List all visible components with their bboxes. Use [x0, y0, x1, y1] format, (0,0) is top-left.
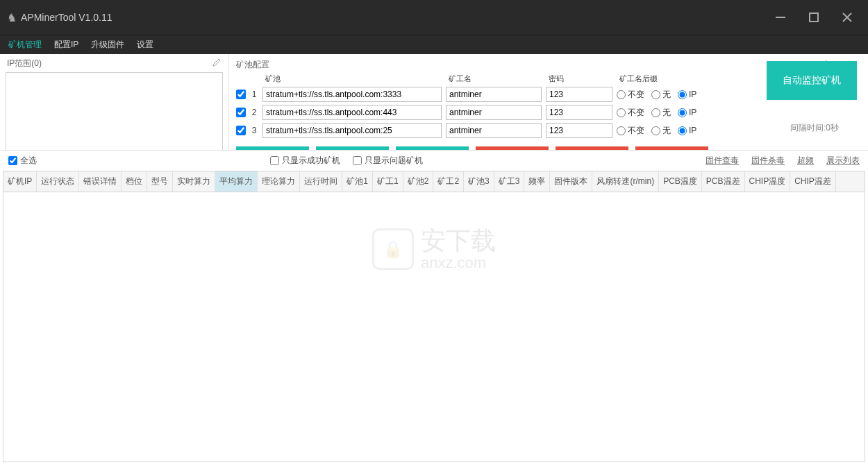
suffix-label: IP [689, 90, 696, 99]
column-header[interactable]: PCB温差 [702, 171, 745, 192]
only-problem-input[interactable] [353, 156, 362, 165]
column-header[interactable]: CHIP温度 [745, 171, 791, 192]
menu-upgrade-firmware[interactable]: 升级固件 [91, 39, 124, 51]
suffix-label: 不变 [628, 125, 644, 137]
suffix-radio[interactable] [651, 108, 660, 117]
menu-miner-manage[interactable]: 矿机管理 [8, 39, 42, 51]
pool-enable-checkbox[interactable] [236, 90, 246, 99]
logo-icon: ♞ [7, 11, 17, 24]
password-input[interactable] [546, 123, 612, 138]
pool-config-label: 矿池配置 [236, 59, 269, 71]
column-header[interactable]: 频率 [524, 171, 550, 192]
column-header[interactable]: 平均算力 [215, 171, 258, 192]
suffix-radio[interactable] [678, 126, 687, 135]
window-controls [767, 7, 861, 28]
column-header[interactable]: 矿工3 [494, 171, 525, 192]
worker-input[interactable] [446, 123, 542, 138]
suffix-radio[interactable] [651, 90, 660, 99]
select-all-input[interactable] [8, 156, 17, 165]
pool-url-input[interactable] [262, 87, 442, 102]
worker-input[interactable] [446, 87, 542, 102]
pool-url-input[interactable] [262, 123, 442, 138]
column-header[interactable]: CHIP温差 [790, 171, 836, 192]
pool-index: 1 [250, 90, 258, 99]
suffix-radio[interactable] [651, 126, 660, 135]
menu-settings[interactable]: 设置 [137, 39, 153, 51]
result-table-body[interactable]: 🔒 安下载 anxz.com [3, 192, 865, 462]
column-header[interactable]: 运行时间 [300, 171, 342, 192]
suffix-label: IP [689, 108, 696, 117]
column-header[interactable]: 固件版本 [550, 171, 592, 192]
col-worker: 矿工名 [449, 74, 544, 84]
col-suffix: 矿工名后缀 [619, 74, 724, 84]
pool-index: 3 [250, 126, 258, 135]
suffix-option[interactable]: IP [678, 126, 696, 135]
suffix-radio[interactable] [617, 90, 626, 99]
edit-icon[interactable] [212, 58, 222, 69]
pool-index: 2 [250, 108, 258, 117]
select-all-checkbox[interactable]: 全选 [8, 155, 37, 167]
auto-monitor-button[interactable]: 自动监控矿机 [767, 61, 857, 100]
column-header[interactable]: 风扇转速(r/min) [592, 171, 659, 192]
suffix-option[interactable]: 不变 [617, 125, 644, 137]
column-header[interactable]: PCB温度 [659, 171, 702, 192]
minimize-button[interactable] [767, 7, 794, 28]
suffix-option[interactable]: 无 [651, 89, 671, 101]
only-success-input[interactable] [270, 156, 279, 165]
suffix-option[interactable]: 不变 [617, 107, 644, 119]
suffix-label: IP [689, 126, 696, 135]
expand-list-link[interactable]: 展示列表 [826, 155, 860, 167]
column-header[interactable]: 理论算力 [258, 171, 300, 192]
pool-enable-checkbox[interactable] [236, 126, 246, 135]
pool-url-input[interactable] [262, 105, 442, 120]
result-table-header: 矿机IP运行状态错误详情档位型号实时算力平均算力理论算力运行时间矿池1矿工1矿池… [3, 171, 865, 192]
pool-row: 3不变无IP [236, 121, 861, 140]
svg-rect-1 [810, 13, 818, 22]
column-header[interactable]: 矿池3 [464, 171, 494, 192]
suffix-option[interactable]: 无 [651, 125, 671, 137]
column-header[interactable]: 矿池1 [342, 171, 373, 192]
suffix-label: 不变 [628, 89, 644, 101]
suffix-radio[interactable] [678, 90, 687, 99]
filter-bar: 全选 只显示成功矿机 只显示问题矿机 固件查毒 固件杀毒 超频 展示列表 [0, 150, 868, 171]
password-input[interactable] [546, 105, 612, 120]
col-password: 密码 [549, 74, 615, 84]
password-input[interactable] [546, 87, 612, 102]
only-success-checkbox[interactable]: 只显示成功矿机 [270, 155, 340, 167]
suffix-radio-group: 不变无IP [617, 107, 696, 119]
close-button[interactable] [833, 7, 861, 28]
watermark-icon: 🔒 [372, 228, 414, 270]
suffix-radio[interactable] [617, 126, 626, 135]
firmware-kill-link[interactable]: 固件杀毒 [751, 155, 785, 167]
firmware-check-link[interactable]: 固件查毒 [706, 155, 739, 167]
suffix-option[interactable]: IP [678, 90, 696, 99]
suffix-label: 无 [662, 125, 671, 137]
column-header[interactable]: 运行状态 [37, 171, 79, 192]
column-header[interactable]: 实时算力 [173, 171, 215, 192]
only-problem-checkbox[interactable]: 只显示问题矿机 [353, 155, 423, 167]
suffix-radio[interactable] [617, 108, 626, 117]
worker-input[interactable] [446, 105, 542, 120]
suffix-option[interactable]: 无 [651, 107, 671, 119]
overclock-link[interactable]: 超频 [797, 155, 814, 167]
suffix-option[interactable]: 不变 [617, 89, 644, 101]
col-pool-url: 矿池 [265, 74, 444, 84]
title-text: APMinerTool V1.0.11 [21, 12, 112, 23]
column-header[interactable]: 档位 [122, 171, 147, 192]
maximize-button[interactable] [800, 7, 828, 28]
column-header[interactable]: 型号 [147, 171, 173, 192]
suffix-label: 不变 [628, 107, 644, 119]
watermark-text: 安下载 [421, 227, 496, 255]
pool-enable-checkbox[interactable] [236, 108, 246, 117]
column-header[interactable]: 矿工1 [373, 171, 403, 192]
menu-config-ip[interactable]: 配置IP [54, 39, 78, 51]
app-title: ♞ APMinerTool V1.0.11 [7, 11, 112, 24]
suffix-radio-group: 不变无IP [617, 125, 696, 137]
column-header[interactable]: 矿池2 [403, 171, 434, 192]
suffix-radio[interactable] [678, 108, 687, 117]
column-header[interactable]: 矿机IP [3, 171, 37, 192]
column-header[interactable]: 错误详情 [79, 171, 122, 192]
column-header[interactable]: 矿工2 [433, 171, 464, 192]
ip-range-label: IP范围(0) [7, 58, 42, 69]
suffix-option[interactable]: IP [678, 108, 696, 117]
